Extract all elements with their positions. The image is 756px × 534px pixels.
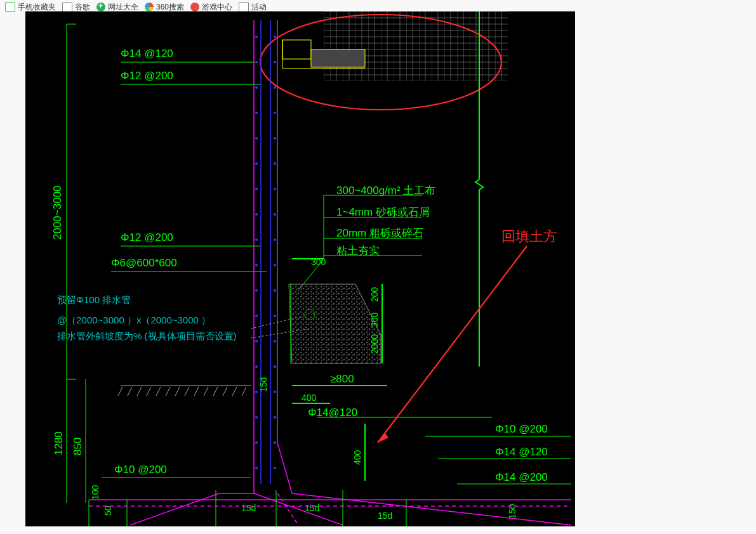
svg-point-20 bbox=[274, 238, 276, 241]
svg-point-34 bbox=[274, 416, 276, 419]
dim-200: 200 bbox=[369, 287, 380, 302]
svg-point-6 bbox=[274, 61, 276, 63]
bookmark-item[interactable]: 手机收藏夹 bbox=[5, 2, 56, 13]
note-coarse: 20mm 粗砾或碎石 bbox=[336, 227, 423, 239]
annot-phi10-200-left: Φ10 @200 bbox=[114, 464, 167, 476]
svg-point-8 bbox=[274, 86, 276, 89]
plus-icon bbox=[96, 3, 105, 11]
note-geotextile: 300~400g/m² 土工布 bbox=[336, 185, 435, 197]
rebar-dots bbox=[255, 36, 276, 469]
top-slab bbox=[311, 49, 365, 67]
svg-point-32 bbox=[274, 391, 276, 393]
svg-point-12 bbox=[274, 137, 276, 140]
svg-point-25 bbox=[255, 315, 258, 317]
svg-point-27 bbox=[255, 340, 258, 342]
annot-phi14-120-r: Φ14@120 bbox=[308, 407, 357, 419]
svg-point-16 bbox=[274, 188, 276, 190]
svg-point-13 bbox=[255, 162, 258, 165]
svg-point-30 bbox=[274, 365, 276, 368]
note-sand: 1~4mm 砂砾或石屑 bbox=[336, 206, 430, 218]
dim-15d-c: 15d bbox=[305, 503, 319, 513]
bookmark-label: 手机收藏夹 bbox=[18, 2, 56, 13]
dim-15d-b: 15d bbox=[241, 503, 256, 513]
svg-point-11 bbox=[255, 137, 258, 140]
bookmark-item[interactable]: 游戏中心 bbox=[190, 2, 232, 13]
bookmark-label: 网址大全 bbox=[108, 2, 138, 13]
svg-point-28 bbox=[274, 340, 276, 342]
svg-point-36 bbox=[274, 441, 276, 444]
svg-point-31 bbox=[255, 391, 258, 393]
annot-reserve-pipe: 预留Φ100 排水管 bbox=[57, 294, 131, 305]
dim-15d-a: 15d bbox=[258, 377, 269, 392]
dim-50: 50 bbox=[103, 505, 113, 516]
annot-phi6-600-600: Φ6@600*600 bbox=[111, 257, 177, 269]
wall-inner-bars bbox=[261, 20, 270, 484]
dim-1280: 1280 bbox=[53, 431, 65, 455]
annot-phi14-120-r2: Φ14 @120 bbox=[495, 446, 548, 458]
bookmark-label: 活动 bbox=[251, 2, 267, 13]
svg-point-21 bbox=[255, 264, 258, 266]
dim-2000: 2000 bbox=[369, 334, 380, 354]
dim-15d-d: 15d bbox=[378, 511, 392, 521]
cad-drawing-viewport[interactable]: (视具体项目需否设置) bbox=[25, 11, 575, 526]
annot-at-range: @（2000~3000 ）x（2000~3000 ） bbox=[57, 315, 211, 325]
dim-100: 100 bbox=[90, 485, 100, 500]
bookmark-item[interactable]: 谷歌 bbox=[62, 2, 90, 13]
svg-point-35 bbox=[255, 441, 258, 444]
svg-point-37 bbox=[255, 467, 258, 469]
annot-phi14-120: Φ14 @120 bbox=[121, 48, 173, 60]
annot-phi10-200-r: Φ10 @200 bbox=[495, 423, 548, 435]
svg-point-23 bbox=[255, 289, 258, 292]
svg-point-3 bbox=[255, 36, 258, 38]
svg-point-5 bbox=[255, 61, 258, 63]
bookmark-label: 谷歌 bbox=[75, 2, 90, 13]
annotation-red-label: 回填土方 bbox=[501, 227, 557, 246]
dim-850: 850 bbox=[72, 438, 84, 455]
360-icon bbox=[145, 3, 154, 11]
top-hatch-fill bbox=[324, 11, 508, 81]
svg-point-26 bbox=[274, 315, 276, 317]
svg-point-29 bbox=[255, 365, 258, 368]
annot-drain-slope: 排水管外斜坡度为% (视具体项目需否设置) bbox=[57, 330, 237, 341]
annot-phi12-200-top: Φ12 @200 bbox=[121, 70, 173, 82]
page-icon bbox=[239, 2, 249, 12]
svg-point-33 bbox=[255, 416, 258, 419]
favorites-icon bbox=[5, 2, 15, 12]
bookmark-item[interactable]: 网址大全 bbox=[96, 2, 138, 13]
dim-400v: 400 bbox=[352, 450, 362, 465]
svg-point-15 bbox=[255, 188, 258, 190]
svg-point-19 bbox=[255, 238, 258, 241]
page-icon bbox=[62, 2, 72, 12]
note-clay: 粘土夯实 bbox=[336, 245, 380, 257]
svg-point-24 bbox=[274, 289, 276, 292]
svg-point-10 bbox=[274, 112, 276, 114]
cad-svg: (视具体项目需否设置) bbox=[25, 11, 575, 526]
svg-point-14 bbox=[274, 162, 276, 165]
bookmark-item[interactable]: 360搜索 bbox=[145, 2, 184, 13]
svg-point-22 bbox=[274, 264, 276, 266]
dim-ge800: ≥800 bbox=[330, 373, 354, 385]
ground-hatch-left bbox=[118, 386, 251, 396]
top-yellow-block bbox=[282, 40, 311, 59]
bookmark-label: 360搜索 bbox=[156, 2, 184, 13]
annot-phi12-200-mid: Φ12 @200 bbox=[121, 231, 173, 244]
gravel-fill bbox=[289, 284, 381, 363]
dim-400: 400 bbox=[302, 393, 317, 403]
svg-point-7 bbox=[255, 86, 258, 89]
dim-300b: 300 bbox=[369, 312, 380, 327]
svg-point-9 bbox=[255, 112, 258, 114]
dim-v-2000-3000: 2000~3000 bbox=[51, 185, 63, 240]
game-icon bbox=[190, 3, 199, 11]
bookmark-item[interactable]: 活动 bbox=[239, 2, 267, 13]
svg-point-18 bbox=[274, 213, 276, 216]
svg-point-4 bbox=[274, 36, 276, 38]
svg-point-17 bbox=[255, 213, 258, 216]
annot-phi14-200-r: Φ14 @200 bbox=[495, 471, 548, 483]
svg-point-38 bbox=[274, 467, 276, 469]
bookmark-label: 游戏中心 bbox=[202, 2, 232, 13]
